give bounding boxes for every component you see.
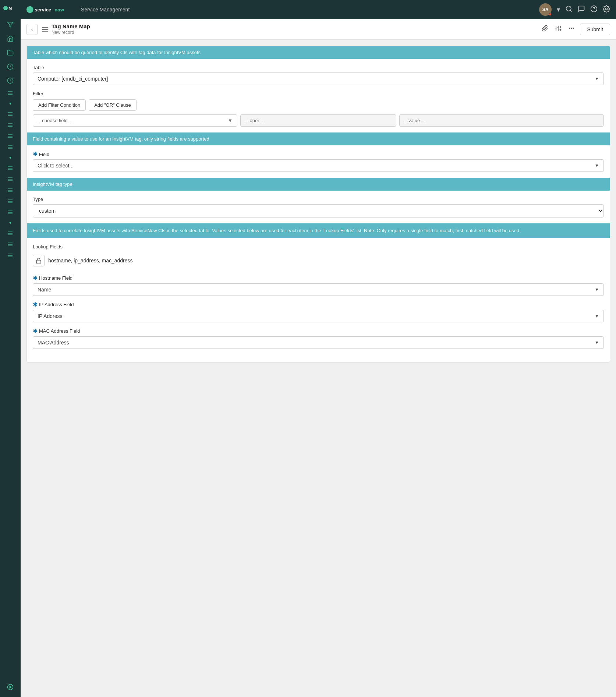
mac-label: MAC Address Field	[39, 328, 80, 334]
svg-line-54	[570, 10, 572, 11]
svg-point-50	[26, 6, 33, 13]
svg-rect-73	[36, 260, 41, 263]
type-select[interactable]: custom	[33, 204, 604, 217]
ip-field-group: ✱ IP Address Field IP Address ▼	[27, 302, 610, 322]
lookup-fields-label: Lookup Fields	[33, 244, 604, 250]
app-title: Service Management	[81, 7, 130, 13]
sidebar-list3-icon[interactable]	[0, 120, 21, 131]
submit-button[interactable]: Submit	[580, 24, 610, 35]
ip-dropdown[interactable]: IP Address ▼	[33, 310, 604, 322]
filter-buttons: Add Filter Condition Add "OR" Clause	[33, 99, 604, 111]
section1-header: Table which should be queried to identif…	[27, 46, 610, 59]
search-icon[interactable]	[565, 5, 573, 14]
hostname-dropdown-arrow: ▼	[595, 287, 599, 292]
sidebar-list13-icon[interactable]	[0, 250, 21, 261]
svg-text:service: service	[35, 7, 51, 13]
sidebar-triangle1[interactable]: ▼	[0, 99, 21, 109]
sidebar-list6-icon[interactable]	[0, 163, 21, 174]
svg-point-71	[571, 28, 572, 29]
section2-header: Field containing a value to use for an I…	[27, 132, 610, 145]
back-button[interactable]: ‹	[26, 24, 38, 35]
sidebar-list9-icon[interactable]	[0, 196, 21, 207]
table-field-group: Table Computer [cmdb_ci_computer] ▼	[27, 65, 610, 85]
settings-icon[interactable]	[603, 5, 610, 14]
table-dropdown-arrow: ▼	[595, 76, 599, 81]
filter-section: Filter Add Filter Condition Add "OR" Cla…	[27, 91, 610, 127]
choose-field-placeholder: -- choose field --	[38, 118, 72, 123]
sidebar-filter-icon[interactable]	[0, 18, 21, 32]
hostname-label-required: ✱ Hostname Field	[33, 275, 72, 281]
mac-field-group: ✱ MAC Address Field MAC Address ▼	[27, 328, 610, 349]
sidebar-triangle3[interactable]: ▼	[0, 218, 21, 228]
svg-marker-2	[8, 22, 13, 27]
ip-label: IP Address Field	[39, 302, 74, 307]
topnav-actions: SA ▾	[539, 3, 610, 16]
svg-point-72	[573, 28, 574, 29]
oper-field: -- oper --	[240, 114, 396, 127]
brand-area: service now Service Management	[26, 4, 130, 15]
help-icon[interactable]	[590, 5, 598, 14]
chat-icon[interactable]	[578, 5, 585, 14]
user-avatar[interactable]: SA	[539, 3, 552, 16]
record-header-right: Submit	[540, 24, 610, 35]
field-dropdown-arrow: ▼	[595, 163, 599, 168]
ip-dropdown-arrow: ▼	[595, 314, 599, 319]
sidebar-list8-icon[interactable]	[0, 185, 21, 196]
section3-header: InsightVM tag type	[27, 178, 610, 191]
choose-field-arrow: ▼	[228, 118, 233, 123]
sidebar-list11-icon[interactable]	[0, 228, 21, 239]
value-field: -- value --	[399, 114, 604, 127]
section4-banner: Fields used to correlate InsightVM asset…	[27, 223, 610, 238]
svg-point-0	[3, 6, 8, 10]
hostname-label: Hostname Field	[39, 275, 72, 281]
attachment-button[interactable]	[540, 24, 550, 35]
field-dropdown-placeholder: Click to select...	[38, 163, 74, 169]
lookup-fields-group: Lookup Fields hostname, ip_address, mac_…	[27, 244, 610, 269]
mac-label-required: ✱ MAC Address Field	[33, 328, 80, 334]
sidebar-list7-icon[interactable]	[0, 174, 21, 185]
hostname-dropdown[interactable]: Name ▼	[33, 283, 604, 296]
sidebar-list12-icon[interactable]	[0, 239, 21, 250]
record-header: ‹ Tag Name Map New record	[21, 19, 616, 40]
add-filter-condition-button[interactable]: Add Filter Condition	[33, 99, 86, 111]
svg-point-70	[569, 28, 570, 29]
topnav-chevron-icon[interactable]: ▾	[557, 6, 560, 14]
sidebar-play-icon[interactable]	[0, 680, 21, 694]
field-label: Field	[39, 152, 49, 157]
sidebar-folder-icon[interactable]	[0, 46, 21, 60]
hostname-value: Name	[38, 287, 51, 293]
record-title-block: Tag Name Map New record	[52, 23, 90, 36]
lookup-fields-value: hostname, ip_address, mac_address	[48, 258, 133, 263]
more-options-button[interactable]	[567, 24, 576, 35]
svg-point-53	[566, 6, 571, 11]
mac-dropdown-arrow: ▼	[595, 340, 599, 345]
mac-dropdown[interactable]: MAC Address ▼	[33, 336, 604, 349]
add-or-clause-button[interactable]: Add "OR" Clause	[89, 99, 137, 111]
sidebar-list1-icon[interactable]	[0, 88, 21, 99]
record-title: Tag Name Map	[52, 23, 90, 30]
sidebar-info2-icon[interactable]	[0, 74, 21, 88]
record-header-left: ‹ Tag Name Map New record	[26, 23, 90, 36]
sidebar-list4-icon[interactable]	[0, 131, 21, 142]
sidebar-list2-icon[interactable]	[0, 109, 21, 120]
servicenow-logo: service now	[26, 4, 74, 15]
sidebar-list10-icon[interactable]	[0, 207, 21, 218]
field-label-required: ✱ Field	[33, 151, 49, 157]
table-label: Table	[33, 65, 604, 70]
field-dropdown[interactable]: Click to select... ▼	[33, 159, 604, 172]
type-label: Type	[33, 197, 604, 202]
svg-text:now: now	[54, 7, 64, 13]
table-dropdown[interactable]: Computer [cmdb_ci_computer] ▼	[33, 72, 604, 85]
sidebar-triangle2[interactable]: ▼	[0, 153, 21, 163]
hamburger-icon	[42, 26, 49, 32]
sliders-button[interactable]	[553, 24, 563, 35]
sidebar-home-icon[interactable]	[0, 32, 21, 46]
sidebar-info-icon[interactable]	[0, 60, 21, 74]
filter-label: Filter	[33, 91, 604, 96]
filter-row: -- choose field -- ▼ -- oper -- -- value…	[33, 114, 604, 127]
type-field-group: Type custom	[27, 197, 610, 217]
sidebar-list5-icon[interactable]	[0, 142, 21, 153]
ip-value: IP Address	[38, 313, 62, 319]
choose-field-dropdown[interactable]: -- choose field -- ▼	[33, 114, 237, 127]
notification-dot	[549, 13, 552, 16]
